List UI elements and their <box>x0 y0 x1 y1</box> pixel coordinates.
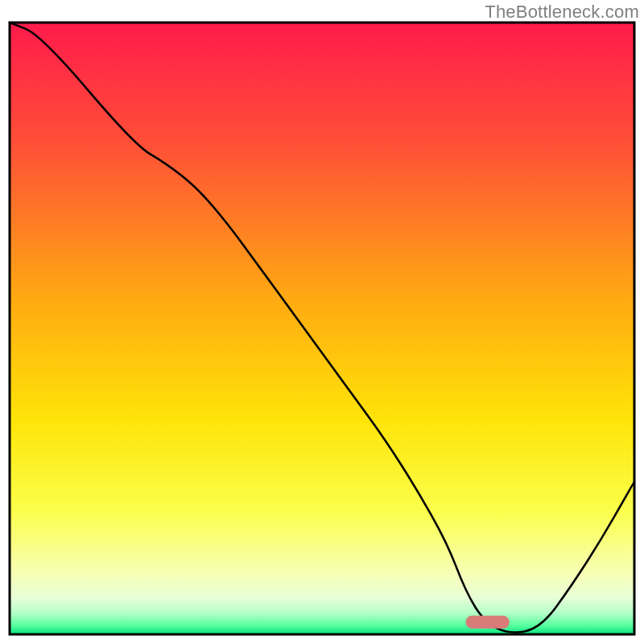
chart-container: TheBottleneck.com <box>0 0 644 644</box>
optimum-marker <box>465 616 509 629</box>
svg-rect-0 <box>10 23 634 634</box>
bottleneck-chart <box>0 0 644 644</box>
watermark-text: TheBottleneck.com <box>485 2 639 23</box>
